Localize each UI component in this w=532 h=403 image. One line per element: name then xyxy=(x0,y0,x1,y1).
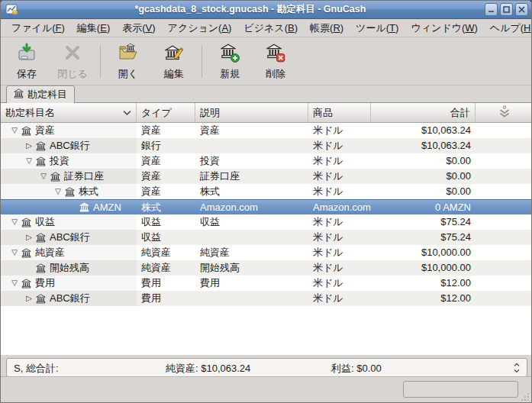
column-header-name[interactable]: 勘定科目名 xyxy=(1,103,137,122)
toolbar-button-0[interactable]: 保存 xyxy=(4,40,50,82)
account-type: 資産 xyxy=(137,169,195,184)
table-row[interactable]: ▽純資産純資産純資産米ドル$10,000.00 xyxy=(1,245,532,260)
table-row[interactable]: ▷ABC銀行銀行米ドル$10,063.24 xyxy=(1,138,532,153)
summary-net-assets: 純資産: $10,063.24 xyxy=(166,362,250,376)
account-commodity: 米ドル xyxy=(308,230,371,245)
account-commodity: 米ドル xyxy=(308,214,371,230)
column-options-button[interactable] xyxy=(476,103,532,122)
table-row[interactable]: ▽証券口座資産証券口座米ドル$0.00 xyxy=(1,169,532,184)
toolbar-button-label: 閉じる xyxy=(57,67,88,81)
account-name: 投資 xyxy=(47,153,69,169)
table-row[interactable]: 開始残高純資産開始残高米ドル$10,000.00 xyxy=(1,260,532,276)
bank-icon xyxy=(21,218,32,227)
tab-accounts[interactable]: 勘定科目 xyxy=(6,85,75,103)
menu-item-1[interactable]: 編集(E) xyxy=(71,19,116,37)
bank-icon xyxy=(64,187,76,197)
account-total: $12.00 xyxy=(371,291,476,306)
menu-item-0[interactable]: ファイル(F) xyxy=(5,19,71,37)
account-description: 開始残高 xyxy=(195,260,308,276)
table-row[interactable]: ▷ABC銀行費用米ドル$12.00 xyxy=(1,291,532,306)
account-type: 銀行 xyxy=(137,138,195,153)
close-button[interactable] xyxy=(515,3,528,16)
account-type: 費用 xyxy=(137,276,195,291)
bank-icon xyxy=(21,279,32,289)
account-name: 資産 xyxy=(32,123,55,138)
bank-icon xyxy=(35,233,47,243)
resize-grip[interactable] xyxy=(520,391,530,401)
expander-open-icon[interactable]: ▽ xyxy=(8,123,21,138)
empty-cell xyxy=(476,200,532,214)
account-type: 資産 xyxy=(137,123,195,138)
account-total: $10,000.00 xyxy=(371,260,476,276)
account-description xyxy=(195,230,308,245)
account-name: ABC銀行 xyxy=(47,138,90,153)
summary-bar: S, 総合計: 純資産: $10,063.24 利益: $0.00 xyxy=(6,358,527,377)
account-commodity: 米ドル xyxy=(308,169,371,184)
table-row[interactable]: ▽資産資産資産米ドル$10,063.24 xyxy=(1,123,532,138)
expander-open-icon[interactable]: ▽ xyxy=(52,184,64,199)
menu-item-4[interactable]: ビジネス(B) xyxy=(237,19,304,37)
menu-item-3[interactable]: アクション(A) xyxy=(162,19,238,37)
account-description: 資産 xyxy=(195,123,308,138)
menu-item-2[interactable]: 表示(V) xyxy=(116,19,161,37)
account-total: $10,063.24 xyxy=(371,138,476,153)
accounts-tree: 勘定科目名 タイプ 説明 商品 合計 ▽資産資産資産米ドル$10,063.2 xyxy=(1,103,532,355)
expander-open-icon[interactable]: ▽ xyxy=(8,276,21,291)
summary-spinner[interactable] xyxy=(513,361,521,377)
menu-item-7[interactable]: ウィンドウ(W) xyxy=(405,19,483,37)
expander-closed-icon[interactable]: ▷ xyxy=(23,291,35,306)
toolbar-button-1[interactable]: 閉じる xyxy=(50,40,95,82)
expander-open-icon[interactable]: ▽ xyxy=(8,214,21,230)
account-name: 開始残高 xyxy=(47,260,89,276)
account-name: ABC銀行 xyxy=(47,230,90,245)
expander-open-icon[interactable]: ▽ xyxy=(37,169,50,184)
column-header-commodity[interactable]: 商品 xyxy=(308,103,371,122)
title-bar[interactable]: *gcashdata_8_stock.gnucash - 勘定科目 - GnuC… xyxy=(1,1,531,19)
account-type: 収益 xyxy=(137,214,195,230)
gnucash-app-icon xyxy=(5,3,19,17)
empty-cell xyxy=(476,214,532,230)
tree-header: 勘定科目名 タイプ 説明 商品 合計 xyxy=(1,103,532,123)
table-row[interactable]: ▽収益収益収益米ドル$75.24 xyxy=(1,214,532,230)
menu-item-5[interactable]: 帳票(R) xyxy=(304,19,350,37)
account-total: 0 AMZN xyxy=(371,200,476,214)
table-row[interactable]: ▽投資資産投資米ドル$0.00 xyxy=(1,153,532,169)
column-header-label: 商品 xyxy=(313,106,333,120)
toolbar-button-label: 編集 xyxy=(164,67,184,81)
account-name: ABC銀行 xyxy=(47,291,90,306)
empty-cell xyxy=(476,276,532,291)
column-header-description[interactable]: 説明 xyxy=(195,103,308,122)
empty-cell xyxy=(476,123,532,138)
account-description xyxy=(195,138,308,153)
expander-open-icon[interactable]: ▽ xyxy=(8,245,21,260)
sort-descending-icon xyxy=(123,110,131,116)
account-commodity: 米ドル xyxy=(308,153,371,169)
toolbar-button-4[interactable]: 新規 xyxy=(207,40,253,82)
account-description xyxy=(195,291,308,306)
toolbar-button-5[interactable]: 削除 xyxy=(253,40,298,82)
gnucash-window: *gcashdata_8_stock.gnucash - 勘定科目 - GnuC… xyxy=(0,0,532,403)
expander-closed-icon[interactable]: ▷ xyxy=(23,230,35,245)
account-total: $10,000.00 xyxy=(371,245,476,260)
account-total: $75.24 xyxy=(371,214,476,230)
account-description: 投資 xyxy=(195,153,308,169)
table-row[interactable]: ▽株式資産株式米ドル$0.00 xyxy=(1,184,532,199)
menu-item-8[interactable]: ヘルプ(H) xyxy=(484,19,532,37)
maximize-button[interactable] xyxy=(500,3,513,16)
status-bar xyxy=(1,376,531,402)
expander-closed-icon[interactable]: ▷ xyxy=(23,138,35,153)
table-row[interactable]: AMZN株式Amazon.comAmazon.com0 AMZN xyxy=(1,199,532,214)
table-row[interactable]: ▷ABC銀行収益米ドル$75.24 xyxy=(1,230,532,245)
toolbar-button-2[interactable]: 開く xyxy=(105,40,151,82)
column-header-total[interactable]: 合計 xyxy=(371,103,476,122)
toolbar-button-3[interactable]: 編集 xyxy=(151,40,197,82)
column-header-type[interactable]: タイプ xyxy=(137,103,195,122)
expander-open-icon[interactable]: ▽ xyxy=(23,153,35,169)
menu-item-6[interactable]: ツール(T) xyxy=(350,19,405,37)
new-account-icon xyxy=(220,43,240,66)
account-name: 収益 xyxy=(32,214,55,230)
minimize-button[interactable] xyxy=(485,3,498,16)
account-commodity: 米ドル xyxy=(308,138,371,153)
menu-bar: ファイル(F)編集(E)表示(V)アクション(A)ビジネス(B)帳票(R)ツール… xyxy=(1,19,531,37)
table-row[interactable]: ▽費用費用費用米ドル$12.00 xyxy=(1,276,532,291)
